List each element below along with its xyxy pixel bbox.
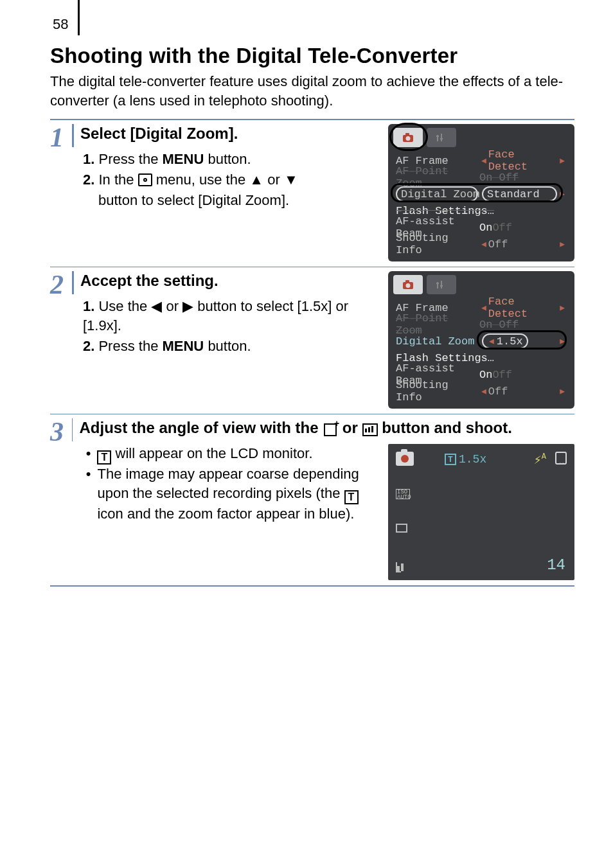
bullet-icon: • bbox=[79, 465, 97, 523]
substep-text: or bbox=[162, 298, 182, 314]
substep-text: button to select [Digital Zoom]. bbox=[83, 191, 383, 210]
left-arrow-icon: ◀ bbox=[481, 303, 486, 313]
substeps: 1. Press the MENU button. 2. In the menu… bbox=[80, 150, 383, 209]
substep-number: 1. bbox=[83, 151, 94, 167]
page-number: 58 bbox=[53, 16, 68, 33]
menu-item-value-on: On bbox=[479, 369, 492, 381]
step-1: 1 Select [Digital Zoom]. 1. Press the ME… bbox=[50, 120, 574, 267]
left-arrow-icon: ◀ bbox=[481, 386, 486, 396]
substep-number: 2. bbox=[83, 172, 94, 188]
bullets: • T will appear on the LCD monitor. • Th… bbox=[79, 444, 383, 523]
step-3: 3 Adjust the angle of view with the or b… bbox=[50, 414, 574, 585]
menu-item-label: Shooting Info bbox=[396, 232, 479, 256]
right-arrow-icon: ▶ bbox=[560, 239, 565, 249]
camera-menu-screenshot: AF Frame◀Face Detect▶ AF-Point ZoomOn Of… bbox=[388, 124, 574, 261]
header-divider bbox=[78, 0, 80, 35]
menu-item-value: Off bbox=[488, 238, 508, 251]
right-arrow-icon: ▶ bbox=[182, 298, 193, 314]
right-arrow-icon: ▶ bbox=[560, 303, 565, 313]
substep-text: button. bbox=[204, 338, 251, 354]
step-number: 3 bbox=[50, 418, 72, 580]
step-number-rule bbox=[72, 418, 73, 441]
callout-circle bbox=[389, 123, 428, 151]
tools-menu-tab[interactable] bbox=[427, 275, 456, 294]
substep-number: 1. bbox=[83, 298, 94, 314]
intro-text: The digital tele-converter feature uses … bbox=[50, 72, 574, 110]
substep-text: Press the bbox=[98, 151, 162, 167]
bullet-text: The image may appear coarse depending up… bbox=[97, 466, 359, 501]
drive-mode-icon bbox=[396, 524, 407, 533]
step-title: Accept the setting. bbox=[80, 271, 383, 290]
zoom-wide-icon bbox=[362, 422, 378, 435]
tools-menu-tab[interactable] bbox=[427, 128, 456, 147]
page-title: Shooting with the Digital Tele-Converter bbox=[50, 44, 574, 68]
camera-menu-icon bbox=[138, 173, 152, 186]
menu-item-label: Shooting Info bbox=[396, 379, 479, 403]
bullet-text: will appear on the LCD monitor. bbox=[111, 445, 312, 461]
bullet-icon: • bbox=[79, 444, 97, 465]
left-arrow-icon: ◀ bbox=[481, 155, 486, 166]
step-title: Select [Digital Zoom]. bbox=[80, 124, 383, 143]
camera-lcd-screenshot: T 1.5x ⚡A ISOAUTO 14 bbox=[388, 444, 574, 580]
iso-auto-icon: ISOAUTO bbox=[396, 489, 410, 499]
tele-zoom-indicator: T 1.5x bbox=[445, 453, 486, 466]
flash-auto-icon: ⚡A bbox=[534, 452, 546, 468]
shots-remaining: 14 bbox=[547, 556, 565, 574]
step-number-rule bbox=[72, 124, 74, 147]
menu-item-value: On Off bbox=[479, 172, 519, 184]
camera-menu-screenshot: AF Frame◀Face Detect▶ AF-Point ZoomOn Of… bbox=[388, 271, 574, 409]
substep-text: button. bbox=[204, 151, 251, 167]
substep-text: or bbox=[263, 172, 284, 188]
left-arrow-icon: ◀ bbox=[151, 298, 162, 314]
menu-item-label: Digital Zoom bbox=[396, 335, 479, 348]
step-number: 1 bbox=[50, 124, 72, 261]
right-arrow-icon: ▶ bbox=[560, 155, 565, 166]
zoom-tele-icon bbox=[323, 422, 338, 435]
menu-item-value-off: Off bbox=[492, 369, 512, 381]
menu-button-label: MENU bbox=[163, 151, 204, 167]
substep-number: 2. bbox=[83, 338, 94, 354]
step-title: Adjust the angle of view with the or but… bbox=[79, 418, 574, 438]
menu-item-value-on: On bbox=[479, 222, 492, 234]
shooting-menu-tab[interactable] bbox=[393, 275, 423, 294]
substep-text: menu, use the bbox=[152, 172, 250, 188]
step-2: 2 Accept the setting. 1. Use the ◀ or ▶ … bbox=[50, 267, 574, 414]
face-detect-icon bbox=[555, 452, 567, 465]
steps-list: 1 Select [Digital Zoom]. 1. Press the ME… bbox=[50, 119, 574, 587]
callout-pill bbox=[477, 330, 567, 350]
zoom-factor-value: 1.5x bbox=[459, 453, 486, 466]
down-arrow-icon: ▼ bbox=[284, 172, 298, 188]
manual-page: 58 Shooting with the Digital Tele-Conver… bbox=[0, 0, 613, 612]
menu-item-value: Face Detect bbox=[488, 296, 558, 320]
svg-point-5 bbox=[406, 283, 411, 288]
menu-item-value-off: Off bbox=[492, 222, 512, 234]
bullet-text: icon and the zoom factor appear in blue)… bbox=[97, 506, 354, 522]
menu-item-value: Face Detect bbox=[488, 148, 558, 173]
menu-item-label: AF-Point Zoom bbox=[396, 312, 479, 337]
tele-indicator-icon: T bbox=[445, 454, 456, 465]
menu-item-value: On Off bbox=[479, 319, 519, 331]
svg-rect-4 bbox=[405, 280, 409, 283]
step-number: 2 bbox=[50, 271, 72, 409]
tele-indicator-icon: T bbox=[344, 490, 359, 504]
menu-item-value: Off bbox=[488, 385, 508, 398]
menu-button-label: MENU bbox=[162, 338, 204, 354]
metering-icon bbox=[396, 561, 409, 572]
shooting-mode-icon bbox=[396, 452, 414, 466]
callout-pill bbox=[391, 183, 563, 202]
substep-text: Press the bbox=[98, 338, 162, 354]
step-number-rule bbox=[72, 271, 74, 294]
tele-indicator-icon: T bbox=[97, 450, 111, 465]
divider bbox=[50, 585, 574, 587]
left-arrow-icon: ◀ bbox=[481, 239, 486, 249]
substep-text: In the bbox=[98, 172, 138, 188]
substep-text: Use the bbox=[98, 298, 151, 314]
right-arrow-icon: ▶ bbox=[560, 386, 565, 396]
substeps: 1. Use the ◀ or ▶ button to select [1.5x… bbox=[80, 297, 383, 355]
up-arrow-icon: ▲ bbox=[249, 172, 263, 188]
